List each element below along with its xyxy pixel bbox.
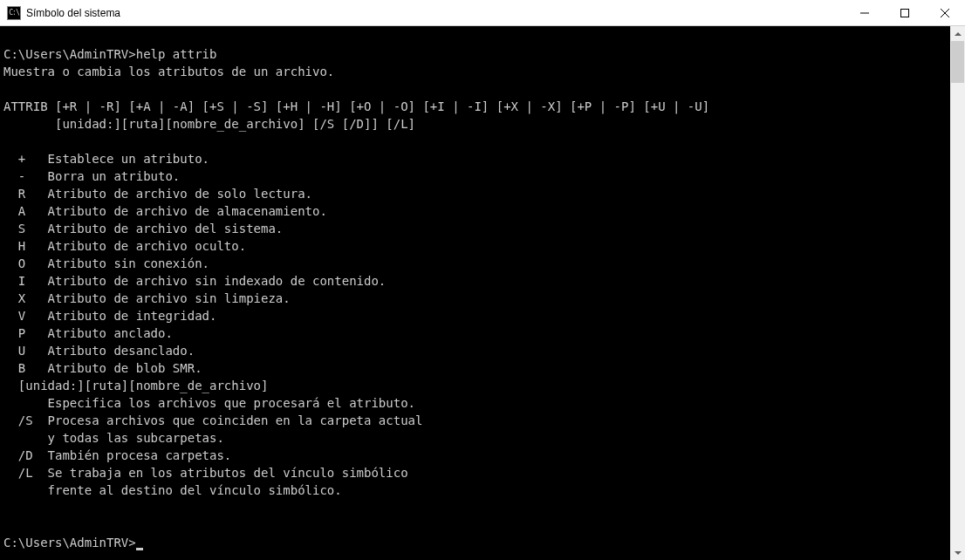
terminal-output[interactable]: C:\Users\AdminTRV>help attrib Muestra o … [0,26,950,560]
prompt-line: C:\Users\AdminTRV> [3,536,143,550]
typed-command: help attrib [136,47,217,61]
param-row: V Atributo de integridad. [3,309,216,323]
svg-rect-1 [901,9,909,17]
param-d-line: /D También procesa carpetas. [3,448,231,462]
terminal-area: C:\Users\AdminTRV>help attrib Muestra o … [0,26,965,560]
titlebar: C:\ Símbolo del sistema [0,0,965,26]
prompt-line: C:\Users\AdminTRV>help attrib [3,47,216,61]
param-s-line: y todas las subcarpetas. [3,431,224,445]
param-row: A Atributo de archivo de almacenamiento. [3,204,327,218]
param-row: - Borra un atributo. [3,169,180,183]
cmd-icon: C:\ [7,6,21,20]
vertical-scrollbar[interactable] [950,26,965,560]
prompt: C:\Users\AdminTRV> [3,47,136,61]
prompt: C:\Users\AdminTRV> [3,536,136,550]
scroll-thumb[interactable] [951,41,964,83]
param-row: X Atributo de archivo sin limpieza. [3,291,291,305]
svg-marker-5 [955,551,962,555]
param-s-line: /S Procesa archivos que coinciden en la … [3,413,422,427]
param-row: P Atributo anclado. [3,326,173,340]
maximize-button[interactable] [885,0,925,25]
minimize-button[interactable] [845,0,885,25]
param-l-line: frente al destino del vínculo simbólico. [3,483,342,497]
param-row: I Atributo de archivo sin indexado de co… [3,274,386,288]
scroll-up-arrow-icon[interactable] [950,26,965,41]
close-button[interactable] [925,0,965,25]
param-row: O Atributo sin conexión. [3,256,209,270]
param-row: S Atributo de archivo del sistema. [3,222,283,236]
param-path-header: [unidad:][ruta][nombre_de_archivo] [3,379,268,393]
param-path-desc: Especifica los archivos que procesará el… [3,396,415,410]
param-row: H Atributo de archivo oculto. [3,239,246,253]
param-l-line: /L Se trabaja en los atributos del víncu… [3,466,408,480]
param-row: + Establece un atributo. [3,152,209,166]
svg-marker-4 [955,32,962,36]
window-controls [845,0,965,25]
param-row: B Atributo de blob SMR. [3,361,202,375]
param-row: R Atributo de archivo de solo lectura. [3,187,312,201]
scroll-down-arrow-icon[interactable] [950,545,965,560]
syntax-line: ATTRIB [+R | -R] [+A | -A] [+S | -S] [+H… [3,99,709,113]
cursor [136,548,143,550]
window-title: Símbolo del sistema [26,7,845,19]
help-description: Muestra o cambia los atributos de un arc… [3,65,334,79]
syntax-line: [unidad:][ruta][nombre_de_archivo] [/S [… [3,117,415,131]
param-row: U Atributo desanclado. [3,344,195,358]
